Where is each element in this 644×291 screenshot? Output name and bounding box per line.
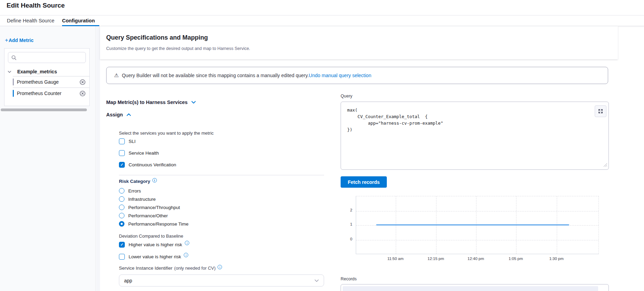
continuous-verification-checkbox[interactable]: ✓ xyxy=(119,162,125,168)
search-icon xyxy=(11,55,17,60)
service-instance-select[interactable]: app xyxy=(119,274,324,287)
checkbox-row-higher-value[interactable]: ✓ Higher value is higher risk i xyxy=(119,242,189,248)
y-axis-tick: 1 xyxy=(343,222,352,226)
query-editor[interactable]: max( CV_Counter_Example_total { app="har… xyxy=(341,102,609,170)
records-label: Records xyxy=(341,277,357,281)
chart-data-line xyxy=(376,224,569,226)
x-axis-tick: 1:05 pm xyxy=(509,257,523,261)
radio-row-infrastructure[interactable]: Infrastructure xyxy=(119,196,156,202)
x-axis-tick: 12:40 pm xyxy=(467,257,484,261)
add-metric-button[interactable]: + Add Metric xyxy=(5,37,33,44)
undo-manual-query-link[interactable]: Undo manual query selection xyxy=(309,73,371,78)
service-instance-identifier-label: Service Instance Identifier (only needed… xyxy=(119,266,222,271)
remove-metric-icon[interactable] xyxy=(79,79,86,85)
risk-category-label: Risk Category i xyxy=(119,179,157,184)
radio-row-errors[interactable]: Errors xyxy=(119,188,141,194)
timeseries-chart xyxy=(356,196,599,254)
errors-radio[interactable] xyxy=(119,188,124,194)
service-instance-note: (only needed for CV) xyxy=(174,266,215,271)
section-subtitle: Customize the query to get the desired o… xyxy=(106,46,250,51)
performance-throughput-radio[interactable] xyxy=(119,205,124,210)
map-metrics-section-toggle[interactable]: Map Metric(s) to Harness Services xyxy=(106,100,196,105)
x-axis-tick: 11:50 am xyxy=(387,257,403,261)
chevron-down-icon xyxy=(191,101,196,104)
continuous-verification-label: Continuous Verification xyxy=(129,162,176,167)
tab-configuration[interactable]: Configuration xyxy=(62,15,95,26)
add-metric-label: Add Metric xyxy=(9,38,33,43)
performance-response-time-label: Performance/Response Time xyxy=(128,221,189,227)
chevron-down-icon xyxy=(314,279,319,282)
expand-icon xyxy=(598,108,603,114)
y-axis-tick: 2 xyxy=(343,208,352,212)
x-axis-tick: 12:15 pm xyxy=(427,257,444,261)
chevron-up-icon xyxy=(127,113,131,116)
errors-label: Errors xyxy=(128,188,141,194)
sli-label: SLI xyxy=(129,139,135,144)
performance-response-time-radio[interactable] xyxy=(119,221,124,227)
page-title: Edit Health Source xyxy=(7,2,65,9)
assign-section-title: Assign xyxy=(106,112,123,117)
remove-metric-icon[interactable] xyxy=(79,90,86,97)
performance-other-label: Performance/Other xyxy=(128,213,168,218)
risk-category-label-text: Risk Category xyxy=(119,179,150,184)
radio-row-performance-response-time[interactable]: Performance/Response Time xyxy=(119,221,189,227)
service-health-checkbox[interactable] xyxy=(119,150,125,156)
metric-item-label: Prometheus Counter xyxy=(17,91,79,96)
infrastructure-radio[interactable] xyxy=(119,196,124,202)
sidebar-gutter xyxy=(96,26,100,291)
checkbox-row-sli[interactable]: SLI xyxy=(119,138,135,144)
section-title: Query Specifications and Mapping xyxy=(106,34,208,41)
higher-value-checkbox[interactable]: ✓ xyxy=(119,242,125,248)
lower-value-label: Lower value is higher risk xyxy=(129,254,181,259)
service-instance-value: app xyxy=(124,278,132,283)
resize-handle[interactable] xyxy=(603,162,607,168)
higher-value-label: Higher value is higher risk xyxy=(129,242,182,247)
metric-item-label: Prometheus Gauge xyxy=(17,79,79,85)
warning-icon: ⚠ xyxy=(114,72,119,79)
section-divider xyxy=(119,175,324,175)
gridline xyxy=(356,211,598,211)
content-header: Query Specifications and Mapping Customi… xyxy=(100,26,618,59)
service-instance-label-text: Service Instance Identifier xyxy=(119,266,172,271)
metric-search-input[interactable] xyxy=(19,55,85,60)
info-icon[interactable]: i xyxy=(185,241,189,245)
assign-section-toggle[interactable]: Assign xyxy=(106,112,131,117)
fetch-records-button[interactable]: Fetch records xyxy=(341,176,387,188)
metric-group-row[interactable]: Example_metrics xyxy=(4,67,90,76)
deviation-label: Deviation Compared to Baseline xyxy=(119,233,183,239)
tab-define-health-source[interactable]: Define Health Source xyxy=(7,15,54,26)
warning-text: Query Builder will not be available sinc… xyxy=(122,73,309,78)
performance-other-radio[interactable] xyxy=(119,213,124,218)
metric-item-prometheus-counter[interactable]: Prometheus Counter xyxy=(4,88,90,99)
query-label: Query xyxy=(341,94,352,98)
metric-color-bar xyxy=(13,79,14,85)
metric-color-bar xyxy=(13,90,14,97)
expand-query-button[interactable] xyxy=(595,105,606,117)
metric-group-label: Example_metrics xyxy=(17,69,57,74)
info-icon[interactable]: i xyxy=(218,265,222,269)
metric-search-box[interactable] xyxy=(8,52,86,63)
records-panel-header xyxy=(343,286,598,291)
map-metrics-section-title: Map Metric(s) to Harness Services xyxy=(106,100,188,105)
x-axis-tick: 1:30 pm xyxy=(549,257,564,261)
service-health-label: Service Health xyxy=(129,150,159,156)
query-builder-warning: ⚠ Query Builder will not be available si… xyxy=(106,67,608,84)
metric-list-panel: Example_metrics Prometheus Gauge Prometh… xyxy=(4,48,90,106)
horizontal-scrollbar[interactable] xyxy=(1,108,87,111)
info-icon[interactable]: i xyxy=(184,253,188,257)
checkbox-row-service-health[interactable]: Service Health xyxy=(119,150,159,156)
metric-item-prometheus-gauge[interactable]: Prometheus Gauge xyxy=(4,76,90,87)
plus-icon: + xyxy=(5,37,8,44)
lower-value-checkbox[interactable] xyxy=(119,254,125,260)
performance-throughput-label: Performance/Throughput xyxy=(128,205,180,210)
sli-checkbox[interactable] xyxy=(119,138,125,144)
gridline xyxy=(356,240,598,240)
info-icon[interactable]: i xyxy=(152,178,157,183)
radio-row-performance-other[interactable]: Performance/Other xyxy=(119,213,168,218)
radio-row-performance-throughput[interactable]: Performance/Throughput xyxy=(119,205,180,210)
checkbox-row-lower-value[interactable]: Lower value is higher risk i xyxy=(119,254,188,260)
checkbox-row-continuous-verification[interactable]: ✓ Continuous Verification xyxy=(119,162,176,168)
services-label: Select the services you want to apply th… xyxy=(119,131,214,136)
infrastructure-label: Infrastructure xyxy=(128,197,156,202)
query-text[interactable]: max( CV_Counter_Example_total { app="har… xyxy=(347,107,443,133)
